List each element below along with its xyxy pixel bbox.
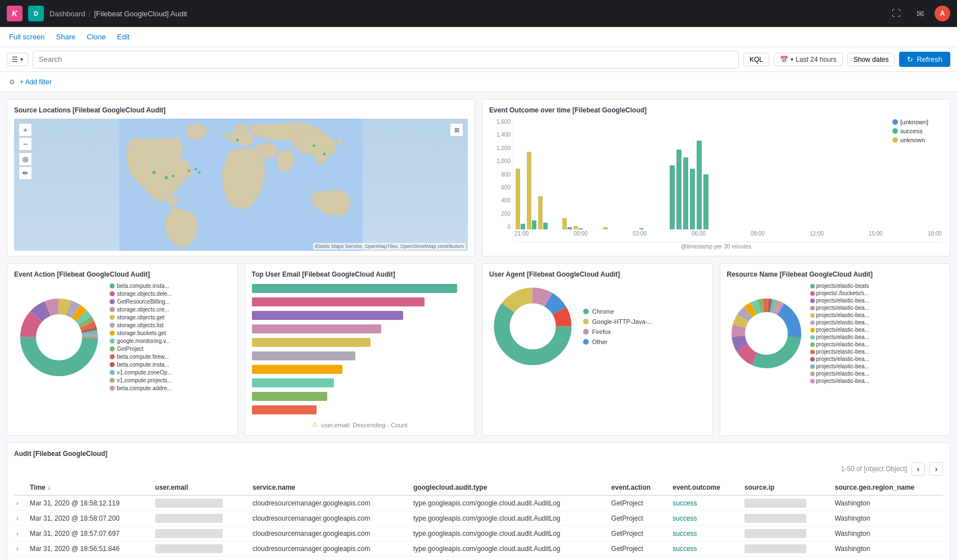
- col-event-outcome[interactable]: event.outcome: [668, 480, 740, 495]
- bar-group-2: [527, 119, 536, 229]
- audit-table-panel: Audit [Filebeat GoogleCloud] 1-50 of [ob…: [7, 442, 950, 560]
- table-container: Time ↓ user.email service.name googleclo…: [14, 480, 943, 557]
- chart-footer: @timestamp per 30 minutes: [489, 243, 943, 250]
- bar-group-7: [639, 119, 644, 229]
- clone-link[interactable]: Clone: [87, 33, 106, 41]
- event-action-donut: [14, 292, 104, 382]
- event-action-legend: beta.compute.insta... storage.objects.de…: [110, 283, 172, 391]
- event-action-title: Event Action [Filebeat GoogleCloud Audit…: [14, 270, 231, 278]
- event-outcome-panel: Event Outcome over time [Filebeat Google…: [482, 99, 950, 256]
- bar-group-4: [562, 119, 572, 229]
- svg-point-6: [198, 171, 201, 174]
- map-panel: Source Locations [Filebeat GoogleCloud A…: [7, 99, 475, 256]
- col-audit-type[interactable]: googlecloud.audit.type: [409, 480, 607, 495]
- svg-point-2: [164, 176, 168, 179]
- expand-row-1[interactable]: ›: [16, 499, 19, 507]
- top-row: Source Locations [Filebeat GoogleCloud A…: [7, 99, 950, 256]
- pagination-prev[interactable]: ‹: [911, 462, 925, 476]
- app-icon[interactable]: D: [28, 6, 44, 21]
- edit-link[interactable]: Edit: [117, 33, 129, 41]
- add-filter-button[interactable]: + Add filter: [20, 78, 52, 86]
- svg-point-7: [313, 144, 315, 147]
- pagination-next[interactable]: ›: [929, 462, 943, 476]
- col-source-ip[interactable]: source.ip: [740, 480, 830, 495]
- table-row: › Mar 31, 2020 @ 18:58:12.119 REDACTED c…: [14, 495, 943, 511]
- table-row: › Mar 31, 2020 @ 18:57:07.697 REDACTED c…: [14, 526, 943, 541]
- zoom-out-button[interactable]: −: [19, 137, 32, 151]
- map-draw-button[interactable]: ✏: [19, 166, 32, 180]
- map-container: + − ◎ ✏ ⊞ Elastic Maps Service, OpenMapT…: [14, 119, 468, 251]
- svg-point-46: [750, 317, 783, 350]
- world-map-svg: [14, 119, 468, 251]
- col-expand: [14, 480, 25, 495]
- search-input[interactable]: [33, 51, 739, 69]
- legend-unknown2: unknown: [892, 137, 943, 143]
- expand-row-3[interactable]: ›: [16, 530, 19, 538]
- bar-group-5: [574, 119, 583, 229]
- svg-point-1: [152, 171, 156, 174]
- resource-name-title: Resource Name [Filebeat GoogleCloud Audi…: [727, 270, 944, 278]
- map-layers-button[interactable]: ⊞: [450, 123, 463, 137]
- event-outcome-title: Event Outcome over time [Filebeat Google…: [489, 106, 943, 114]
- pagination-info: 1-50 of [object Object]: [841, 465, 907, 473]
- col-time[interactable]: Time ↓: [25, 480, 151, 495]
- fullscreen-icon[interactable]: ⛶: [887, 4, 905, 22]
- bar-group-11: [690, 119, 695, 229]
- col-service-name[interactable]: service.name: [248, 480, 409, 495]
- fullscreen-link[interactable]: Full screen: [9, 33, 45, 41]
- sub-nav: Full screen Share Clone Edit: [0, 27, 957, 47]
- legend-unknown: [unknown]: [892, 119, 943, 125]
- middle-row: Event Action [Filebeat GoogleCloud Audit…: [7, 263, 950, 436]
- bar-group-10: [683, 119, 688, 229]
- bar-group-8: [670, 119, 675, 229]
- bar-group-9: [676, 119, 681, 229]
- warning-icon: ⚠: [312, 421, 318, 428]
- resource-name-panel: Resource Name [Filebeat GoogleCloud Audi…: [720, 263, 951, 436]
- audit-table: Time ↓ user.email service.name googleclo…: [14, 480, 943, 557]
- show-dates-button[interactable]: Show dates: [847, 53, 895, 66]
- svg-point-30: [513, 307, 553, 346]
- expand-row-4[interactable]: ›: [16, 545, 19, 553]
- filter-bar: ⚙ + Add filter: [0, 72, 957, 92]
- chevron-down-icon: ▾: [20, 56, 23, 62]
- map-zoom-controls: + −: [19, 123, 32, 151]
- resource-name-donut: [727, 294, 806, 373]
- filter-type-dropdown[interactable]: ☰ ▾: [7, 53, 28, 66]
- resource-name-legend: projects/elastic-beats projects/./bucket…: [810, 283, 944, 384]
- chevron-down-icon: ▾: [791, 56, 793, 62]
- kql-button[interactable]: KQL: [743, 53, 769, 66]
- top-user-email-panel: Top User Email [Filebeat GoogleCloud Aud…: [245, 263, 476, 436]
- zoom-in-button[interactable]: +: [19, 123, 32, 137]
- table-row: › Mar 31, 2020 @ 18:56:51.846 REDACTED c…: [14, 541, 943, 557]
- share-link[interactable]: Share: [56, 33, 76, 41]
- y-axis: 1,600 1,400 1,200 1,000 800 600 400 200 …: [489, 119, 511, 242]
- col-region[interactable]: source.geo.region_name: [830, 480, 943, 495]
- svg-point-4: [187, 169, 190, 172]
- calendar-icon: 📅: [780, 56, 788, 64]
- refresh-button[interactable]: ↻ Refresh: [899, 52, 950, 67]
- top-user-email-footer: ⚠ user.email: Descending - Count: [252, 421, 468, 428]
- refresh-icon: ↻: [907, 55, 913, 64]
- filter-icon: ☰: [12, 56, 18, 64]
- expand-row-2[interactable]: ›: [16, 514, 19, 522]
- user-agent-legend: Chrome Google-HTTP-Java-... Firefox Othe…: [583, 308, 653, 345]
- user-avatar[interactable]: A: [935, 6, 950, 21]
- time-picker[interactable]: 📅 ▾ Last 24 hours: [774, 53, 843, 66]
- map-locate-button[interactable]: ◎: [19, 152, 32, 166]
- bar-group-1: [516, 119, 525, 229]
- kibana-logo[interactable]: K: [7, 6, 22, 21]
- col-user-email[interactable]: user.email: [151, 480, 248, 495]
- x-axis: 21:00 00:00 03:00 06:00 09:00 12:00 15:0…: [513, 231, 943, 242]
- audit-table-title: Audit [Filebeat GoogleCloud]: [14, 450, 943, 458]
- event-outcome-legend: [unknown] success unknown: [892, 119, 943, 143]
- toolbar: ☰ ▾ KQL 📅 ▾ Last 24 hours Show dates ↻ R…: [0, 47, 957, 72]
- user-agent-panel: User Agent [Filebeat GoogleCloud Audit]: [482, 263, 713, 436]
- bar-group-13: [703, 119, 708, 229]
- bar-group-12: [697, 119, 702, 229]
- user-agent-title: User Agent [Filebeat GoogleCloud Audit]: [489, 270, 706, 278]
- filter-settings-icon[interactable]: ⚙: [9, 78, 15, 86]
- col-event-action[interactable]: event.action: [607, 480, 668, 495]
- svg-point-8: [323, 153, 326, 156]
- bar-group-6: [603, 119, 608, 229]
- mail-icon[interactable]: ✉: [911, 4, 929, 22]
